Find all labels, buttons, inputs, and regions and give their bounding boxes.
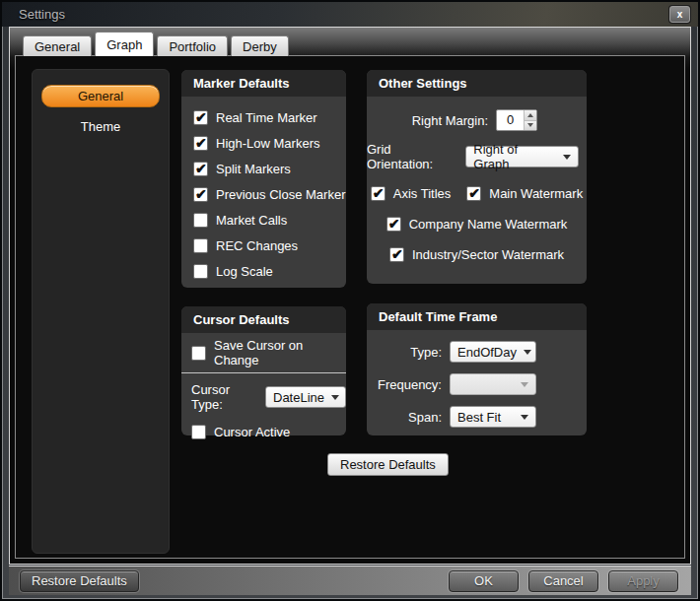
chevron-down-icon xyxy=(521,382,528,387)
span-select[interactable]: Best Fit xyxy=(450,406,536,428)
checkbox-split-markers[interactable]: Split Markers xyxy=(181,156,346,181)
cursor-type-label: Cursor Type: xyxy=(191,382,257,412)
right-margin-stepper[interactable]: 0 xyxy=(496,109,537,131)
sidebar: General Theme xyxy=(32,69,170,554)
checkbox-save-cursor-on-change[interactable]: Save Cursor on Change xyxy=(181,340,346,366)
arrow-down-icon xyxy=(527,123,533,127)
checkbox-box[interactable] xyxy=(191,425,206,439)
watermark-row-1: Axis Titles Main Watermark xyxy=(367,184,587,202)
checkbox-box[interactable] xyxy=(193,213,208,228)
frequency-row: Frequency: xyxy=(367,373,587,395)
span-label: Span: xyxy=(367,410,442,425)
cursor-type-row: Cursor Type: DateLine xyxy=(181,382,346,412)
grid-orientation-select[interactable]: Right of Graph xyxy=(465,146,579,167)
checkbox-box[interactable] xyxy=(191,346,206,361)
divider xyxy=(181,372,346,373)
tab-strip: General Graph Portfolio Derby xyxy=(23,32,289,56)
checkbox-label: Axis Titles xyxy=(393,186,452,201)
grid-orientation-row: Grid Orientation: Right of Graph xyxy=(367,142,587,171)
cursor-defaults-panel: Cursor Defaults Save Cursor on Change Cu… xyxy=(181,306,346,435)
cursor-defaults-title: Cursor Defaults xyxy=(181,306,346,333)
checkbox-rec-changes[interactable]: REC Changes xyxy=(181,233,346,258)
marker-defaults-title: Marker Defaults xyxy=(181,70,346,97)
checkbox-previous-close-marker[interactable]: Previous Close Marker xyxy=(181,181,346,207)
chevron-down-icon xyxy=(331,395,339,400)
checkbox-label: Log Scale xyxy=(216,264,273,279)
stepper-up-button[interactable] xyxy=(525,110,536,120)
type-select[interactable]: EndOfDay xyxy=(450,341,536,363)
arrow-up-icon xyxy=(527,113,533,117)
marker-defaults-rows: Real Time Marker High-Low Markers Split … xyxy=(181,97,346,284)
watermark-row-3: Industry/Sector Watermark xyxy=(367,245,587,263)
span-row: Span: Best Fit xyxy=(367,406,587,428)
checkbox-box[interactable] xyxy=(193,110,208,125)
checkbox-axis-titles[interactable]: Axis Titles xyxy=(371,184,452,202)
default-time-frame-panel: Default Time Frame Type: EndOfDay Freque… xyxy=(367,303,587,435)
checkbox-box[interactable] xyxy=(193,136,208,151)
checkbox-label: REC Changes xyxy=(216,238,298,253)
cursor-type-select[interactable]: DateLine xyxy=(265,386,346,408)
checkbox-real-time-marker[interactable]: Real Time Marker xyxy=(181,104,346,130)
right-margin-row: Right Margin: 0 xyxy=(367,109,587,131)
checkbox-main-watermark[interactable]: Main Watermark xyxy=(466,184,583,202)
ok-button[interactable]: OK xyxy=(449,570,519,592)
type-row: Type: EndOfDay xyxy=(367,341,587,363)
cancel-button[interactable]: Cancel xyxy=(528,570,598,592)
checkbox-box[interactable] xyxy=(193,264,208,279)
grid-orientation-value: Right of Graph xyxy=(473,142,556,171)
other-settings-panel: Other Settings Right Margin: 0 Grid Orie… xyxy=(367,70,587,284)
cursor-type-value: DateLine xyxy=(273,390,324,405)
checkbox-log-scale[interactable]: Log Scale xyxy=(181,258,346,284)
checkbox-cursor-active[interactable]: Cursor Active xyxy=(181,419,346,444)
apply-button[interactable]: Apply xyxy=(608,570,678,592)
checkbox-box[interactable] xyxy=(466,186,481,201)
type-label: Type: xyxy=(367,345,442,360)
checkbox-label: Industry/Sector Watermark xyxy=(412,247,564,262)
graph-tab-panel: General Theme Marker Defaults Real Time … xyxy=(15,55,685,559)
checkbox-box[interactable] xyxy=(193,238,208,253)
checkbox-company-name-watermark[interactable]: Company Name Watermark xyxy=(386,215,568,233)
default-time-frame-title: Default Time Frame xyxy=(367,303,587,330)
checkbox-label: Previous Close Marker xyxy=(216,187,346,202)
close-icon[interactable]: x xyxy=(669,6,690,23)
checkbox-label: Real Time Marker xyxy=(216,110,317,125)
checkbox-label: Save Cursor on Change xyxy=(214,338,346,367)
chevron-down-icon xyxy=(524,350,531,355)
checkbox-label: Market Calls xyxy=(216,213,287,228)
chevron-down-icon xyxy=(521,415,528,420)
checkbox-label: Cursor Active xyxy=(214,425,290,439)
type-value: EndOfDay xyxy=(457,345,517,360)
restore-defaults-footer-button[interactable]: Restore Defaults xyxy=(20,570,139,592)
checkbox-market-calls[interactable]: Market Calls xyxy=(181,207,346,233)
checkbox-box[interactable] xyxy=(389,247,404,262)
frequency-label: Frequency: xyxy=(367,377,442,392)
checkbox-box[interactable] xyxy=(193,162,208,176)
right-margin-value: 0 xyxy=(497,110,524,130)
sidebar-item-theme[interactable]: Theme xyxy=(41,115,160,138)
settings-dialog: Settings x General Graph Portfolio Derby… xyxy=(0,0,700,601)
other-settings-title: Other Settings xyxy=(367,70,587,97)
chevron-down-icon xyxy=(563,155,571,160)
right-margin-label: Right Margin: xyxy=(412,113,488,128)
frequency-select xyxy=(450,373,536,395)
tab-general[interactable]: General xyxy=(23,35,92,56)
checkbox-box[interactable] xyxy=(386,217,401,232)
footer-bar: Restore Defaults OK Cancel Apply xyxy=(9,566,691,595)
tab-portfolio[interactable]: Portfolio xyxy=(157,35,228,56)
tab-graph[interactable]: Graph xyxy=(95,32,154,56)
sidebar-item-general[interactable]: General xyxy=(41,85,160,107)
checkbox-industry-sector-watermark[interactable]: Industry/Sector Watermark xyxy=(389,245,564,263)
marker-defaults-panel: Marker Defaults Real Time Marker High-Lo… xyxy=(181,70,346,288)
span-value: Best Fit xyxy=(457,410,501,425)
stepper-buttons xyxy=(524,110,536,130)
grid-orientation-label: Grid Orientation: xyxy=(367,142,457,171)
checkbox-box[interactable] xyxy=(193,187,208,202)
checkbox-label: Split Markers xyxy=(216,162,291,176)
checkbox-label: Main Watermark xyxy=(489,186,583,201)
tab-derby[interactable]: Derby xyxy=(231,35,289,56)
checkbox-label: High-Low Markers xyxy=(216,136,319,151)
checkbox-box[interactable] xyxy=(371,186,385,201)
restore-defaults-center-button[interactable]: Restore Defaults xyxy=(327,453,449,476)
stepper-down-button[interactable] xyxy=(525,120,536,131)
checkbox-high-low-markers[interactable]: High-Low Markers xyxy=(181,130,346,156)
